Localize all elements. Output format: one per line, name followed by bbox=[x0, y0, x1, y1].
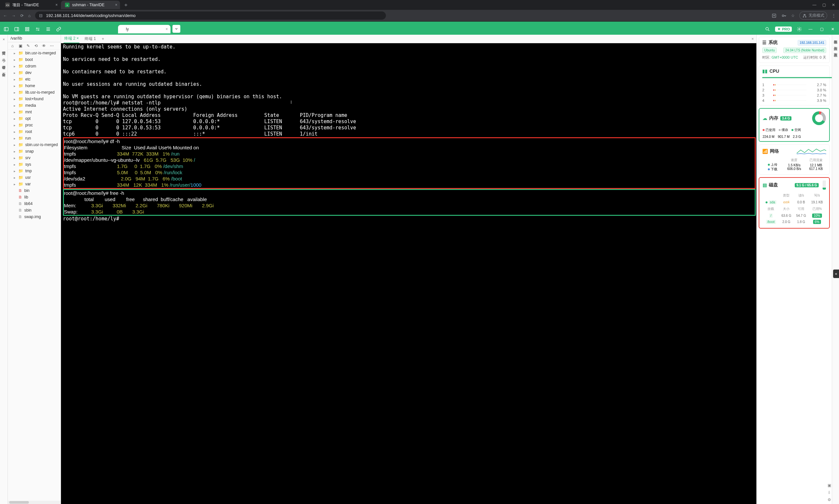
install-icon[interactable] bbox=[771, 13, 777, 18]
close-icon[interactable]: × bbox=[55, 3, 58, 7]
file-tree-item[interactable]: 🗎lib bbox=[8, 194, 61, 200]
caret-icon: ▸ bbox=[14, 156, 16, 160]
file-tree-item[interactable]: ▸📁usr bbox=[8, 174, 61, 181]
breadcrumb[interactable]: /var/lib bbox=[8, 35, 61, 42]
th-write: 写/s bbox=[809, 192, 825, 199]
password-icon[interactable] bbox=[781, 13, 787, 18]
mount-pct: 10% bbox=[812, 214, 822, 218]
file-tree-item-label: lib.usr-is-merged bbox=[25, 90, 54, 95]
close-icon[interactable]: × bbox=[3, 37, 5, 41]
address-bar[interactable]: ⊟ 192.168.101.144/ide/web/coding/sshman/… bbox=[35, 12, 386, 20]
file-tree-item[interactable]: ▸📁sbin.usr-is-merged bbox=[8, 142, 61, 148]
file-tree-item[interactable]: ▸📁srv bbox=[8, 155, 61, 161]
close-icon[interactable]: ✕ bbox=[829, 25, 836, 33]
refresh-icon[interactable]: ⟲ bbox=[33, 43, 39, 48]
tab-overflow-button[interactable] bbox=[172, 25, 180, 33]
cpu-core-bar bbox=[766, 84, 813, 86]
sliders-icon[interactable] bbox=[34, 25, 41, 33]
mem-title: 内存 bbox=[769, 115, 778, 121]
grid-icon[interactable] bbox=[23, 25, 31, 33]
file-tree-item[interactable]: ▸📁opt bbox=[8, 115, 61, 122]
gear-icon[interactable] bbox=[796, 25, 803, 33]
left-rail: × 文件管理 小号 命令管理 历史命令 bbox=[0, 35, 8, 504]
file-tree-item[interactable]: ▸📁home bbox=[8, 83, 61, 89]
file-tree-list[interactable]: ▸📁bin.usr-is-merged▸📁boot▸📁cdrom▸📁dev▸📁e… bbox=[8, 50, 61, 501]
maximize-icon[interactable]: ▢ bbox=[822, 3, 826, 7]
terminal-tab-1[interactable]: 终端 1 bbox=[84, 35, 97, 43]
settings-icon[interactable]: ⚙ bbox=[827, 498, 831, 502]
file-tree-item[interactable]: ▸📁etc bbox=[8, 76, 61, 83]
mount-pct: 6% bbox=[813, 220, 821, 224]
browser-tab-1[interactable]: <> 项目 - TitanIDE × bbox=[1, 0, 60, 10]
file-tree-item[interactable]: ▸📁proc bbox=[8, 122, 61, 128]
home-icon[interactable]: ⌂ bbox=[10, 43, 15, 48]
caret-icon: ▸ bbox=[14, 51, 16, 55]
file-tree-item[interactable]: ▸📁lib.usr-is-merged bbox=[8, 89, 61, 96]
panel-left-icon[interactable] bbox=[3, 25, 10, 33]
terminal-output[interactable]: Running kernel seems to be up-to-date. N… bbox=[61, 43, 756, 504]
list-icon[interactable] bbox=[45, 25, 52, 33]
file-tree-item[interactable]: 🗎bin bbox=[8, 187, 61, 194]
bookmark-icon[interactable]: ☆ bbox=[791, 14, 795, 18]
editor-tab-ly[interactable]: ly × bbox=[118, 25, 171, 33]
pro-label: PRO bbox=[782, 27, 790, 31]
panel-right-icon[interactable] bbox=[13, 25, 20, 33]
file-tree-item[interactable]: ▸📁tmp bbox=[8, 168, 61, 174]
file-tree-item[interactable]: ▸📁bin.usr-is-merged bbox=[8, 50, 61, 56]
th-size: 大小 bbox=[779, 206, 793, 212]
forward-icon[interactable]: → bbox=[12, 14, 16, 18]
file-tree-item[interactable]: ▸📁dev bbox=[8, 69, 61, 76]
pro-badge[interactable]: PRO bbox=[775, 26, 792, 32]
net-sparkline bbox=[797, 147, 826, 155]
site-info-icon[interactable]: ⊟ bbox=[39, 13, 42, 18]
minimize-icon[interactable]: — bbox=[812, 3, 816, 7]
file-tree-item[interactable]: ▸📁lost+found bbox=[8, 96, 61, 102]
file-tree-item[interactable]: ▸📁root bbox=[8, 128, 61, 135]
menu-icon[interactable]: ⋮ bbox=[832, 14, 836, 18]
scrollbar-horizontal[interactable] bbox=[8, 501, 61, 504]
new-tab-button[interactable]: ＋ bbox=[123, 2, 129, 8]
layout-icon[interactable]: ▣ bbox=[827, 483, 831, 488]
add-terminal-button[interactable]: ＋ bbox=[101, 36, 105, 41]
more-icon[interactable]: ⋯ bbox=[49, 43, 54, 48]
file-tree-item[interactable]: ▸📁run bbox=[8, 135, 61, 142]
maximize-icon[interactable]: ▢ bbox=[818, 25, 825, 33]
caret-icon: ▸ bbox=[14, 137, 16, 140]
file-tree-item[interactable]: ▸📁var bbox=[8, 181, 61, 187]
eye-icon[interactable]: 👁 bbox=[41, 43, 47, 48]
up-icon[interactable]: ▣ bbox=[18, 43, 23, 48]
minimize-icon[interactable]: — bbox=[807, 25, 814, 33]
incognito-badge[interactable]: 无痕模式 bbox=[799, 12, 827, 20]
link-icon[interactable] bbox=[55, 25, 62, 33]
back-icon[interactable]: ← bbox=[3, 14, 7, 18]
search-icon[interactable] bbox=[764, 25, 771, 33]
file-tree-item[interactable]: ▸📁media bbox=[8, 102, 61, 109]
home-icon[interactable]: ⌂ bbox=[28, 14, 31, 18]
file-tree-item[interactable]: ▸📁cdrom bbox=[8, 63, 61, 69]
file-tree-item[interactable]: 🗎swap.img bbox=[8, 214, 61, 220]
folder-icon: 📁 bbox=[18, 149, 23, 154]
reload-icon[interactable]: ⟳ bbox=[20, 14, 23, 18]
ip-chip[interactable]: 192.168.101.141 bbox=[798, 40, 826, 46]
close-window-icon[interactable]: ✕ bbox=[832, 3, 835, 7]
file-icon: 🗎 bbox=[18, 208, 22, 213]
file-tree-item[interactable]: 🗎sbin bbox=[8, 207, 61, 214]
file-tree-item[interactable]: ▸📁snap bbox=[8, 148, 61, 155]
new-file-icon[interactable]: ✎ bbox=[25, 43, 31, 48]
file-tree-item[interactable]: ▸📁boot bbox=[8, 56, 61, 63]
close-icon[interactable]: × bbox=[166, 27, 168, 32]
svg-point-5 bbox=[782, 15, 784, 16]
file-tree-item[interactable]: 🗎lib64 bbox=[8, 200, 61, 207]
file-tree-item-label: proc bbox=[25, 123, 33, 127]
browser-tab-2[interactable]: X sshman - TitanIDE × bbox=[61, 1, 120, 9]
close-terminal-panel-icon[interactable]: × bbox=[751, 37, 754, 41]
terminal-tab-2[interactable]: 终端 2 × bbox=[64, 34, 79, 43]
download-icon[interactable]: ⇩ bbox=[827, 490, 831, 495]
folder-icon: 📁 bbox=[18, 103, 23, 108]
folder-icon: 📁 bbox=[18, 169, 23, 173]
file-tree-item[interactable]: ▸📁mnt bbox=[8, 109, 61, 115]
cloud-icon: ☁ bbox=[763, 115, 767, 121]
close-icon[interactable]: × bbox=[115, 3, 117, 7]
file-tree-item[interactable]: ▸📁sys bbox=[8, 161, 61, 168]
collapse-panel-button[interactable]: « bbox=[833, 270, 839, 278]
